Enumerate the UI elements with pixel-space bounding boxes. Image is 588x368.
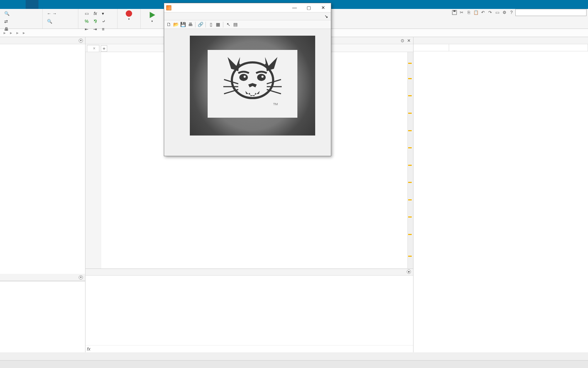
figure-menu-tools[interactable] <box>188 16 194 17</box>
paste-icon[interactable]: 📋 <box>473 9 479 16</box>
comment-wrap-icon[interactable]: ⤶ <box>100 17 108 25</box>
panel-collapse-icon[interactable]: ▾ <box>79 39 83 43</box>
find-files-button[interactable]: 🔍 <box>2 10 13 17</box>
preferences-icon[interactable]: ⚙ <box>501 9 508 16</box>
figure-print-icon[interactable]: 🖶 <box>187 21 193 28</box>
fx-icon[interactable]: fx <box>87 346 90 352</box>
tab-close-icon[interactable]: × <box>93 46 95 51</box>
comment-icon[interactable]: % <box>83 17 91 25</box>
command-prompt-row[interactable]: fx <box>85 345 413 352</box>
tab-home[interactable] <box>0 0 13 9</box>
svg-point-10 <box>244 76 246 78</box>
figure-open-icon[interactable]: 📂 <box>173 21 179 28</box>
command-window[interactable] <box>85 276 413 345</box>
goto-button[interactable]: ← → <box>45 10 60 17</box>
details-title: ▾ <box>0 274 85 281</box>
compare-button[interactable]: ⇄ <box>2 17 11 25</box>
workspace-list[interactable] <box>413 51 588 352</box>
axes: TM <box>176 34 319 144</box>
indent-left-icon[interactable]: ⇤ <box>83 25 90 33</box>
run-button[interactable]: ▾ <box>143 10 161 24</box>
find-button[interactable]: 🔍 <box>45 17 56 25</box>
breadcrumb-sep: ▸ <box>23 30 25 35</box>
tab-app[interactable] <box>13 0 26 9</box>
command-window-title: ▾ <box>85 269 413 276</box>
insert-more-icon[interactable]: ▾ <box>100 10 106 17</box>
insert-section-icon[interactable]: ▭ <box>83 10 91 17</box>
editor-close-icon[interactable]: ✕ <box>407 38 411 43</box>
figure-titlebar[interactable]: — ▢ ✕ <box>164 3 331 12</box>
copy-icon[interactable]: ⎘ <box>465 9 472 16</box>
figure-arrow-icon[interactable]: ↖ <box>225 21 231 28</box>
figure-menu-insert[interactable] <box>183 16 188 17</box>
breadcrumb-sep: ▸ <box>16 30 19 35</box>
figure-menu-view[interactable] <box>177 16 183 17</box>
figure-close-button[interactable]: ✕ <box>316 4 330 12</box>
uncomment-icon[interactable]: ⅋ <box>92 17 99 25</box>
figure-menu-help[interactable] <box>205 16 211 17</box>
layout-icon[interactable]: ▭ <box>494 9 500 16</box>
workspace-col-name[interactable] <box>413 44 449 51</box>
file-item-tery[interactable] <box>1 46 84 46</box>
insert-fx-icon[interactable]: fx <box>92 10 99 17</box>
undo-icon[interactable]: ↶ <box>480 9 486 16</box>
figure-menu-edit[interactable] <box>171 16 177 17</box>
workspace-col-value[interactable] <box>449 44 588 51</box>
file-list[interactable] <box>0 44 85 274</box>
cut-icon[interactable]: ✂ <box>458 9 465 16</box>
figure-brush-icon[interactable]: ▦ <box>215 21 221 28</box>
quick-access-toolbar: ✂ ⎘ 📋 ↶ ↷ ▭ ⚙ ? <box>451 9 587 16</box>
cmd-collapse-icon[interactable]: ▾ <box>407 270 411 274</box>
search-docs-input[interactable] <box>515 9 587 16</box>
breakpoints-button[interactable]: ▾ <box>120 10 138 21</box>
figure-menu-desktop[interactable] <box>194 16 200 17</box>
current-folder-panel: ▾ ▾ <box>0 37 85 352</box>
figure-datacursor-icon[interactable]: ▯ <box>208 21 214 28</box>
tab-editor[interactable] <box>26 0 38 9</box>
figure-new-icon[interactable]: 🗋 <box>166 21 172 28</box>
figure-menu-more-icon[interactable]: ↘ <box>324 14 328 19</box>
svg-point-11 <box>261 76 264 78</box>
toolbar-sep <box>223 22 223 27</box>
save-icon[interactable] <box>451 9 458 16</box>
svg-point-9 <box>257 74 266 81</box>
editor-tab-sanket[interactable]: × <box>87 45 99 52</box>
indent-right-icon[interactable]: ⇥ <box>91 25 99 33</box>
svg-rect-1 <box>453 10 456 12</box>
breadcrumb-sep: ▸ <box>10 30 12 35</box>
breadcrumb-sep: ▸ <box>4 30 6 35</box>
details-collapse-icon[interactable]: ▾ <box>79 275 83 280</box>
svg-point-8 <box>239 74 248 81</box>
breakpoint-icon <box>126 10 132 17</box>
figure-toolbar: 🗋 📂 💾 🖶 🔗 ▯ ▦ ↖ ▤ <box>164 20 331 29</box>
figure-minimize-button[interactable]: — <box>287 4 302 12</box>
axes-image: TM <box>190 36 315 136</box>
figure-save-icon[interactable]: 💾 <box>180 21 186 28</box>
indent-smart-icon[interactable]: ≡ <box>100 25 106 33</box>
figure-menu-file[interactable] <box>166 16 171 17</box>
tab-publish[interactable] <box>38 0 51 9</box>
svg-text:TM: TM <box>273 102 278 106</box>
editor-overview-ruler[interactable] <box>407 52 413 269</box>
editor-gutter <box>85 52 101 269</box>
reconstruction-object: TM <box>208 50 297 118</box>
current-folder-title: ▾ <box>0 37 85 44</box>
figure-canvas: TM <box>168 32 327 152</box>
figure-link-icon[interactable]: 🔗 <box>197 21 204 28</box>
tab-view[interactable] <box>51 0 64 9</box>
figure-window[interactable]: — ▢ ✕ ↘ 🗋 📂 💾 🖶 🔗 ▯ ▦ ↖ ▤ <box>164 3 331 156</box>
figure-maximize-button[interactable]: ▢ <box>302 4 316 12</box>
svg-marker-2 <box>150 12 155 18</box>
details-pane <box>0 281 85 352</box>
workspace-title <box>413 37 588 44</box>
figure-colorbar-icon[interactable]: ▤ <box>232 21 239 28</box>
figure-menubar: ↘ <box>164 12 331 20</box>
figure-menu-window[interactable] <box>200 16 205 17</box>
editor-new-tab[interactable]: + <box>101 45 107 52</box>
workspace-panel <box>413 37 588 352</box>
run-icon <box>148 11 156 19</box>
figure-icon <box>166 5 171 10</box>
editor-undock-icon[interactable]: ⊙ <box>400 38 405 43</box>
redo-icon[interactable]: ↷ <box>487 9 493 16</box>
help-icon[interactable]: ? <box>508 9 515 16</box>
